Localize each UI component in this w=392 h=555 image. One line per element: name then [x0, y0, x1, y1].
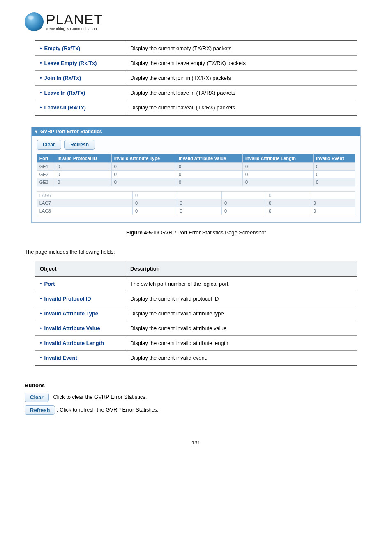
fields-intro: The page includes the following fields:: [25, 249, 367, 255]
table-row-desc: Display the current invalid attribute ty…: [125, 306, 357, 321]
table-row: LAG800000: [37, 207, 355, 215]
table-row-object: •Invalid Attribute Length: [35, 336, 125, 351]
page-number: 131: [25, 439, 367, 446]
refresh-button-inline[interactable]: Refresh: [25, 405, 55, 415]
table-cell: 0: [314, 178, 355, 186]
table-row-desc: The switch port number of the logical po…: [125, 276, 357, 291]
table-row: GE300000: [37, 178, 355, 186]
clear-button-text: : Click to clear the GVRP Error Statisti…: [50, 394, 147, 400]
table-cell: 0: [133, 207, 177, 215]
clear-button-inline[interactable]: Clear: [25, 393, 49, 402]
table-cell: 0: [133, 192, 177, 199]
table-cell: GE3: [37, 178, 55, 186]
table-row-object: •Invalid Attribute Type: [35, 306, 125, 321]
table-row-object: •Empty (Rx/Tx): [35, 41, 125, 56]
figure-text: GVRP Port Error Statistics Page Screensh…: [159, 229, 266, 236]
brand-logo: PLANET Networking & Communication: [25, 12, 367, 31]
table-row: LAG600: [37, 192, 355, 199]
table-cell: LAG6: [37, 192, 132, 199]
clear-button-description: Clear : Click to clear the GVRP Error St…: [25, 393, 367, 402]
table-cell: 0: [242, 178, 313, 186]
col-header: Port: [37, 154, 55, 163]
table-cell: 0: [177, 199, 221, 207]
table-cell: 0: [176, 163, 242, 171]
table-row-object: •Invaild Protocol ID: [35, 291, 125, 306]
clear-button[interactable]: Clear: [37, 140, 61, 150]
table-cell: 0: [176, 171, 242, 178]
table-row-desc: Display the current join in (TX/RX) pack…: [125, 71, 357, 86]
table-cell: 0: [314, 171, 355, 178]
table-cell: 0: [55, 178, 111, 186]
table-cell: 0: [133, 199, 177, 207]
col-header: Invalid Protocal ID: [55, 154, 111, 163]
error-stats-table-top: PortInvalid Protocal IDInvalid Attribute…: [37, 154, 356, 186]
table-row-desc: Display the current invalid attribute va…: [125, 321, 357, 336]
table-split-gap: [37, 186, 356, 192]
table-row-object: •Port: [35, 276, 125, 291]
table-cell: 0: [266, 192, 311, 199]
refresh-button-description: Refresh : Click to refresh the GVRP Erro…: [25, 405, 367, 415]
table-cell: 0: [55, 163, 111, 171]
col-header: Invalid Attribute Value: [176, 154, 242, 163]
table-row-desc: Display the current leave in (TX/RX) pac…: [125, 86, 357, 100]
col-description: Description: [125, 261, 357, 276]
col-header: Invalid Attribute Type: [111, 154, 176, 163]
gvrp-error-screenshot: ▾ GVRP Port Error Statistics Clear Refre…: [31, 127, 361, 223]
figure-caption: Figure 4-5-19 GVRP Port Error Statistics…: [25, 229, 367, 236]
table-row-desc: Display the current invalid attribute le…: [125, 336, 357, 351]
table-cell: [311, 192, 355, 199]
panel-title: ▾ GVRP Port Error Statistics: [32, 127, 361, 136]
table-cell: GE1: [37, 163, 55, 171]
figure-number: Figure 4-5-19: [126, 229, 159, 236]
table-cell: 0: [311, 207, 355, 215]
table-cell: LAG7: [37, 199, 132, 207]
table-cell: 0: [242, 163, 313, 171]
table-row: GE100000: [37, 163, 355, 171]
table-row: GE200000: [37, 171, 355, 178]
table-row-object: •Invalid Event: [35, 351, 125, 366]
table-cell: 0: [176, 178, 242, 186]
panel-title-text: GVRP Port Error Statistics: [40, 129, 102, 134]
table-cell: 0: [111, 178, 176, 186]
table-row-object: •Invalid Attribute Value: [35, 321, 125, 336]
brand-tagline: Networking & Communication: [46, 27, 103, 31]
buttons-heading: Buttons: [25, 382, 367, 388]
table-cell: 0: [177, 207, 221, 215]
table-row: LAG700000: [37, 199, 355, 207]
planet-orb-icon: [25, 12, 44, 31]
table-cell: 0: [314, 163, 355, 171]
table-cell: 0: [311, 199, 355, 207]
table-cell: 0: [266, 199, 311, 207]
table-cell: LAG8: [37, 207, 132, 215]
table-cell: 0: [266, 207, 311, 215]
col-object: Object: [35, 261, 125, 276]
col-header: Invalid Attribute Length: [242, 154, 313, 163]
table-row-object: •Leave Empty (Rx/Tx): [35, 56, 125, 71]
error-stats-table-bottom: LAG600LAG700000LAG800000: [37, 191, 356, 215]
table-row-desc: Display the current invalid event.: [125, 351, 357, 366]
table-cell: 0: [55, 171, 111, 178]
table-cell: 0: [111, 171, 176, 178]
table-cell: 0: [221, 199, 266, 207]
table-cell: [221, 192, 266, 199]
caret-down-icon: ▾: [35, 129, 37, 134]
table-row-desc: Display the current empty (TX/RX) packet…: [125, 41, 357, 56]
refresh-button[interactable]: Refresh: [64, 140, 95, 150]
table-cell: GE2: [37, 171, 55, 178]
fields-description-table: Object Description •PortThe switch port …: [35, 261, 357, 366]
table-cell: 0: [111, 163, 176, 171]
table-row-object: •LeaveAll (Rx/Tx): [35, 100, 125, 116]
table-row-object: •Leave In (Rx/Tx): [35, 86, 125, 100]
table-cell: 0: [242, 171, 313, 178]
table-cell: 0: [221, 207, 266, 215]
table-row-desc: Display the current leave empty (TX/RX) …: [125, 56, 357, 71]
table-row-desc: Display the current leaveall (TX/RX) pac…: [125, 100, 357, 116]
refresh-button-text: : Click to refresh the GVRP Error Statis…: [57, 407, 159, 413]
table-row-object: •Join In (Rx/Tx): [35, 71, 125, 86]
table-cell: [177, 192, 221, 199]
brand-name: PLANET: [46, 13, 103, 26]
rx-tx-description-table: •Empty (Rx/Tx)Display the current empty …: [35, 40, 357, 116]
table-row-desc: Display the current invalid protocol ID: [125, 291, 357, 306]
col-header: Invalid Event: [314, 154, 355, 163]
